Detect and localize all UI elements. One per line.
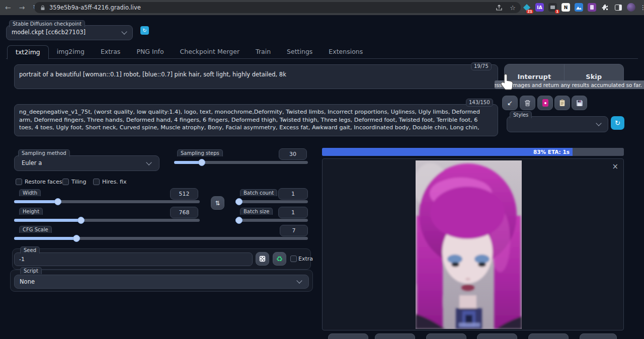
bookmark-star-icon[interactable]: ☆ — [510, 4, 516, 12]
send-to-extras-button[interactable] — [528, 333, 569, 339]
refresh-styles-button[interactable]: ↻ — [611, 116, 624, 130]
url-text: 359e5b9a-a5ff-4216.gradio.live — [49, 4, 141, 11]
tab-txt2img[interactable]: txt2img — [7, 45, 49, 59]
slider-handle[interactable] — [235, 198, 243, 205]
extra-networks-button[interactable] — [537, 96, 553, 110]
progress-text: 83% ETA: 1s — [533, 149, 570, 155]
forward-icon[interactable]: → — [19, 4, 25, 12]
back-icon[interactable]: ← — [5, 4, 11, 12]
batch-count-slider[interactable] — [235, 200, 308, 203]
width-slider[interactable] — [14, 200, 200, 203]
tab-bar: txt2img img2img Extras PNG Info Checkpoi… — [7, 45, 371, 59]
tab-extensions[interactable]: Extensions — [320, 45, 371, 59]
lock-icon — [40, 5, 45, 11]
mouse-cursor-hand — [500, 73, 515, 90]
tab-img2img[interactable]: img2img — [49, 45, 93, 59]
browser-menu-icon[interactable]: ⋮ — [640, 4, 644, 11]
extension-image-icon[interactable] — [575, 3, 583, 12]
checkpoint-label: Stable Diffusion checkpoint — [9, 20, 85, 27]
sampling-method-label: Sampling method — [18, 149, 70, 156]
extension-capture-icon[interactable]: 1 — [548, 3, 557, 12]
hires-fix-checkbox[interactable] — [93, 179, 100, 185]
slider-handle[interactable] — [73, 235, 80, 242]
clipboard-icon — [559, 99, 566, 107]
tab-extras[interactable]: Extras — [93, 45, 129, 59]
clear-prompt-button[interactable] — [520, 96, 535, 110]
restore-faces-checkbox[interactable] — [16, 179, 22, 185]
tab-png-info[interactable]: PNG Info — [128, 45, 172, 59]
save-style-button[interactable] — [572, 96, 587, 110]
sampling-method-dropdown[interactable]: Euler a — [14, 155, 159, 171]
swap-arrows-icon: ⇅ — [215, 200, 220, 207]
tiling-label: Tiling — [71, 179, 87, 185]
styles-label: Styles — [510, 111, 532, 118]
negative-prompt-textarea[interactable]: ng_deepnegative_v1_75t, (worst quality, … — [14, 104, 498, 136]
prompt-token-counter: 19/75 — [471, 62, 492, 70]
swap-dimensions-button[interactable]: ⇅ — [211, 196, 224, 210]
batch-size-slider[interactable] — [235, 219, 308, 222]
extension-translate-icon[interactable]: 21 — [522, 3, 531, 12]
profile-avatar[interactable] — [627, 3, 635, 12]
recycle-icon: ♻ — [276, 255, 283, 264]
hires-fix-label: Hires. fix — [102, 179, 127, 185]
chevron-down-icon — [596, 120, 601, 126]
slider-handle[interactable] — [235, 217, 243, 224]
extra-seed-checkbox[interactable] — [290, 256, 297, 262]
tab-settings[interactable]: Settings — [279, 45, 320, 59]
cfg-scale-label: CFG Scale — [19, 226, 52, 233]
floppy-disk-icon — [576, 100, 583, 107]
checkpoint-dropdown[interactable]: model.ckpt [cc6cb27103] — [6, 25, 133, 40]
open-folder-button[interactable] — [580, 333, 617, 339]
browser-toolbar: ← → ↻ 359e5b9a-a5ff-4216.gradio.live ☆ 2… — [0, 0, 644, 15]
width-label: Width — [19, 189, 41, 196]
batch-count-label: Batch count — [240, 189, 277, 196]
sampling-steps-slider[interactable] — [174, 161, 308, 164]
height-input[interactable]: 768 — [170, 207, 198, 218]
close-icon[interactable]: × — [612, 163, 618, 171]
interrupt-tooltip: processing images and return any results… — [495, 80, 644, 89]
reuse-seed-button[interactable]: ♻ — [273, 252, 286, 266]
read-generation-params-button[interactable]: ↙ — [502, 96, 518, 110]
extension-notion-icon[interactable]: N — [561, 3, 570, 12]
seed-input[interactable]: -1 — [14, 252, 253, 266]
chevron-down-icon — [296, 278, 302, 283]
send-to-img2img-button[interactable] — [426, 333, 466, 339]
card-icon — [542, 99, 548, 107]
seed-value: -1 — [19, 256, 25, 263]
extension-onenote-icon[interactable] — [588, 3, 596, 12]
generated-image[interactable] — [416, 160, 522, 329]
app-window: ← → ↻ 359e5b9a-a5ff-4216.gradio.live ☆ 2… — [0, 0, 644, 339]
tab-train[interactable]: Train — [248, 45, 279, 59]
extension-badge: 21 — [526, 10, 533, 14]
refresh-checkpoint-button[interactable]: ↻ — [140, 26, 149, 35]
extension-ia-icon[interactable]: IA — [535, 3, 544, 12]
slider-handle[interactable] — [77, 217, 85, 224]
styles-dropdown[interactable] — [507, 116, 608, 132]
extensions-puzzle-icon[interactable] — [601, 3, 609, 12]
save-button[interactable] — [328, 333, 368, 339]
script-label: Script — [20, 267, 42, 274]
script-dropdown[interactable]: None — [14, 275, 309, 289]
save-grid-button[interactable] — [375, 333, 415, 339]
address-bar[interactable]: 359e5b9a-a5ff-4216.gradio.live ☆ — [34, 2, 521, 13]
apply-styles-button[interactable] — [554, 96, 570, 110]
tiling-checkbox[interactable] — [62, 179, 69, 185]
cfg-scale-input[interactable]: 7 — [280, 225, 308, 236]
cfg-scale-slider[interactable] — [14, 237, 308, 240]
chevron-down-icon — [121, 29, 127, 34]
tab-checkpoint-merger[interactable]: Checkpoint Merger — [172, 45, 248, 59]
slider-handle[interactable] — [198, 159, 205, 166]
share-icon[interactable] — [496, 5, 503, 11]
batch-count-input[interactable]: 1 — [278, 188, 308, 200]
batch-size-input[interactable]: 1 — [278, 207, 308, 218]
width-input[interactable]: 512 — [170, 188, 198, 200]
slider-handle[interactable] — [54, 198, 61, 205]
side-panel-icon[interactable] — [614, 3, 622, 12]
prompt-textarea[interactable]: portrait of a beautiful [woman::0.1] rob… — [14, 64, 498, 89]
height-slider[interactable] — [14, 219, 200, 222]
sampling-steps-input[interactable]: 30 — [279, 148, 307, 160]
prompt-text: portrait of a beautiful [woman::0.1] rob… — [19, 71, 493, 78]
send-to-inpaint-button[interactable] — [477, 333, 517, 339]
negative-token-counter: 143/150 — [466, 99, 493, 107]
random-seed-button[interactable] — [256, 252, 269, 266]
